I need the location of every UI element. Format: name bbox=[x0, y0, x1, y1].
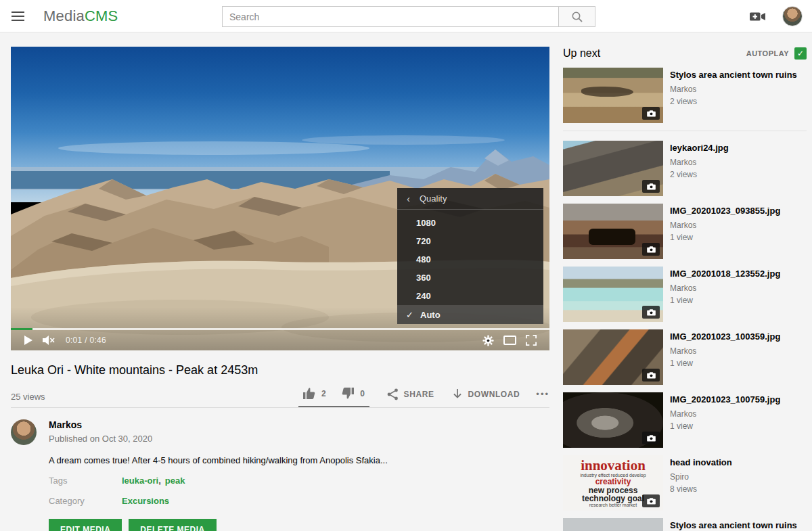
quality-option[interactable]: 360 bbox=[397, 269, 543, 287]
camera-icon bbox=[647, 308, 656, 316]
player-controls: 0:01 / 0:46 bbox=[11, 330, 549, 350]
video-description: A dream comes true! After 4-5 hours of c… bbox=[49, 455, 549, 465]
time-display: 0:01 / 0:46 bbox=[66, 336, 106, 345]
view-count: 25 views bbox=[11, 392, 45, 407]
up-next-item-author[interactable]: Markos bbox=[670, 85, 797, 94]
camera-icon bbox=[647, 110, 656, 117]
share-icon bbox=[387, 388, 399, 400]
camera-icon bbox=[647, 434, 656, 442]
video-title: Leuka Ori - White mountains - Peak at 24… bbox=[11, 363, 549, 377]
rating-group: 2 0 bbox=[298, 387, 369, 407]
quality-option[interactable]: 720 bbox=[397, 232, 543, 250]
search-icon bbox=[571, 11, 583, 23]
up-next-item-title[interactable]: leykaori24.jpg bbox=[670, 142, 729, 154]
media-thumbnail[interactable] bbox=[563, 68, 663, 123]
camera-icon bbox=[647, 246, 656, 253]
up-next-item[interactable]: Stylos area ancient town ruins Markos 2 … bbox=[563, 68, 807, 123]
search-input[interactable] bbox=[222, 6, 559, 27]
camera-badge bbox=[642, 432, 660, 444]
tag-link[interactable]: leuka-ori bbox=[122, 476, 158, 486]
autoplay-checkbox[interactable]: ✓ bbox=[794, 47, 807, 60]
category-label: Category bbox=[49, 496, 122, 506]
up-next-item-author[interactable]: Markos bbox=[670, 409, 780, 419]
quality-option[interactable]: 480 bbox=[397, 250, 543, 269]
app-logo[interactable]: MediaCMS bbox=[43, 7, 118, 25]
mute-icon[interactable] bbox=[37, 330, 60, 350]
quality-option[interactable]: 240 bbox=[397, 287, 543, 305]
settings-gear-icon[interactable] bbox=[478, 330, 499, 350]
media-thumbnail[interactable] bbox=[563, 392, 663, 448]
upload-media-icon[interactable] bbox=[750, 11, 766, 22]
download-icon bbox=[452, 388, 463, 400]
up-next-item-views: 8 views bbox=[670, 484, 732, 494]
up-next-item-title[interactable]: IMG_20201023_093855.jpg bbox=[670, 205, 780, 216]
edit-media-button[interactable]: EDIT MEDIA bbox=[49, 519, 122, 531]
up-next-item-author[interactable]: Markos bbox=[670, 346, 780, 356]
quality-option[interactable]: ✓ Auto bbox=[397, 305, 543, 324]
up-next-list: Stylos area ancient town ruins Markos 2 … bbox=[563, 68, 807, 531]
search-button[interactable] bbox=[559, 6, 595, 27]
up-next-item-title[interactable]: IMG_20201018_123552.jpg bbox=[670, 268, 780, 279]
camera-badge bbox=[642, 369, 660, 382]
media-thumbnail[interactable] bbox=[563, 329, 663, 385]
theater-mode-icon[interactable] bbox=[499, 330, 521, 350]
share-label: SHARE bbox=[404, 390, 434, 399]
share-button[interactable]: SHARE bbox=[387, 388, 434, 407]
up-next-title: Up next bbox=[563, 47, 600, 60]
play-button[interactable] bbox=[19, 330, 37, 350]
media-thumbnail[interactable]: innovationindustry effect reduced develo… bbox=[563, 455, 663, 511]
up-next-item-views: 1 view bbox=[670, 421, 780, 431]
camera-icon bbox=[647, 497, 656, 505]
menu-icon[interactable] bbox=[3, 0, 32, 32]
media-thumbnail[interactable] bbox=[563, 267, 663, 322]
autoplay-label: AUTOPLAY bbox=[746, 49, 789, 57]
up-next-item[interactable]: IMG_20201023_100759.jpg Markos 1 view bbox=[563, 392, 807, 448]
up-next-item-title[interactable]: IMG_20201023_100759.jpg bbox=[670, 394, 780, 405]
category-link[interactable]: Excursions bbox=[122, 496, 169, 506]
up-next-item-author[interactable]: Markos bbox=[670, 158, 729, 167]
thumb-down-icon bbox=[341, 387, 355, 400]
top-bar: MediaCMS bbox=[0, 0, 812, 32]
delete-media-button[interactable]: DELETE MEDIA bbox=[129, 519, 216, 531]
up-next-item-title[interactable]: Stylos area ancient town ruins bbox=[670, 520, 797, 531]
up-next-item-title[interactable]: head inovation bbox=[670, 457, 732, 468]
up-next-item-title[interactable]: Stylos area ancient town ruins bbox=[670, 69, 797, 80]
up-next-item[interactable]: IMG_20201023_093855.jpg Markos 1 view bbox=[563, 204, 807, 259]
up-next-item-title[interactable]: IMG_20201023_100359.jpg bbox=[670, 331, 780, 342]
quality-options: 1080 720 480 360 240 ✓ Auto bbox=[397, 210, 543, 324]
up-next-item[interactable]: Stylos area ancient town ruins bbox=[563, 518, 807, 531]
tags-label: Tags bbox=[49, 476, 122, 486]
dislike-count: 0 bbox=[360, 389, 365, 398]
up-next-item-views: 1 view bbox=[670, 359, 780, 368]
up-next-item[interactable]: leykaori24.jpg Markos 2 views bbox=[563, 141, 807, 196]
author-name[interactable]: Markos bbox=[49, 419, 152, 430]
info-divider bbox=[11, 407, 549, 408]
download-button[interactable]: DOWNLOAD bbox=[452, 388, 520, 407]
fullscreen-icon[interactable] bbox=[521, 330, 541, 350]
up-next-item-views: 2 views bbox=[670, 97, 797, 106]
up-next-item[interactable]: IMG_20201023_100359.jpg Markos 1 view bbox=[563, 329, 807, 385]
quality-menu-title: Quality bbox=[420, 193, 447, 204]
dislike-button[interactable]: 0 bbox=[341, 387, 365, 400]
search-bar bbox=[222, 6, 595, 27]
tags-list: leuka-ori,peak bbox=[122, 476, 185, 486]
author-avatar[interactable] bbox=[11, 419, 37, 445]
quality-option[interactable]: 1080 bbox=[397, 214, 543, 232]
up-next-sidebar: Up next AUTOPLAY ✓ Stylos area ancient t… bbox=[563, 47, 807, 531]
tag-link[interactable]: peak bbox=[165, 476, 185, 486]
more-actions-icon[interactable]: ••• bbox=[536, 389, 549, 405]
video-player[interactable]: ‹ Quality 1080 720 480 360 240 ✓ Auto bbox=[11, 47, 549, 350]
media-thumbnail[interactable] bbox=[563, 204, 663, 259]
up-next-item[interactable]: IMG_20201018_123552.jpg Markos 1 view bbox=[563, 267, 807, 322]
up-next-item-author[interactable]: Markos bbox=[670, 283, 780, 293]
media-thumbnail[interactable] bbox=[563, 141, 663, 196]
camera-badge bbox=[642, 107, 660, 120]
media-thumbnail[interactable] bbox=[563, 518, 663, 531]
up-next-item-author[interactable]: Markos bbox=[670, 221, 780, 230]
quality-menu-header[interactable]: ‹ Quality bbox=[397, 188, 543, 210]
logo-cms: CMS bbox=[85, 7, 118, 24]
like-button[interactable]: 2 bbox=[302, 387, 326, 400]
up-next-item-author[interactable]: Spiro bbox=[670, 472, 732, 482]
user-avatar[interactable] bbox=[782, 6, 803, 26]
up-next-item[interactable]: innovationindustry effect reduced develo… bbox=[563, 455, 807, 511]
